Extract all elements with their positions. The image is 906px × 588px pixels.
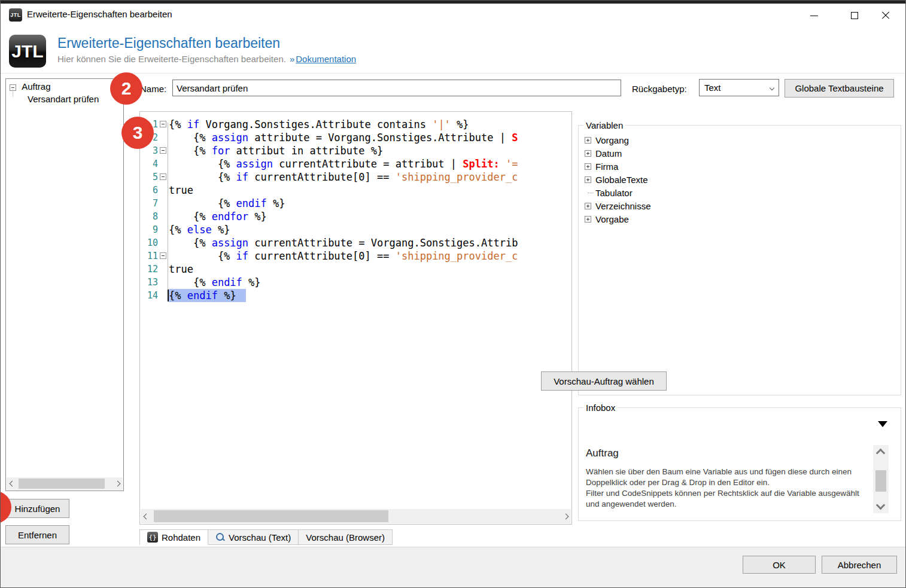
code-line[interactable]: 4 {% assign currentAttribute = attribut … — [140, 157, 571, 170]
code-line[interactable]: 5 {% if currentAttribute[0] == 'shipping… — [140, 170, 571, 184]
scroll-down-icon[interactable] — [876, 501, 886, 510]
expander-plus-icon[interactable] — [585, 163, 591, 170]
line-number: 14 — [140, 289, 158, 302]
tree-item-versandart-pruefen[interactable]: Versandart prüfen — [28, 94, 99, 104]
scroll-left-icon[interactable] — [7, 477, 17, 490]
fold-toggle[interactable] — [158, 170, 169, 184]
scroll-right-icon[interactable] — [112, 477, 123, 490]
expander-plus-icon[interactable] — [585, 216, 591, 223]
code-line[interactable]: 7 {% endif %} — [140, 197, 571, 210]
code-text: {% assign attribute = Vorgang.Sonstiges.… — [169, 131, 518, 144]
variable-label[interactable]: Vorgang — [595, 135, 629, 145]
scroll-left-icon[interactable] — [141, 509, 151, 523]
infobox-scrollbar[interactable] — [873, 445, 889, 513]
fold-toggle[interactable] — [158, 249, 169, 263]
editor-horizontal-scrollbar[interactable] — [141, 509, 571, 523]
code-line[interactable]: 1{% if Vorgang.Sonstiges.Attribute conta… — [140, 118, 571, 131]
infobox-heading: Auftrag — [586, 447, 619, 459]
variable-label[interactable]: GlobaleTexte — [595, 175, 648, 185]
tab-vorschau-browser[interactable]: Vorschau (Browser) — [299, 529, 393, 545]
remove-button[interactable]: Entfernen — [5, 525, 69, 544]
footer-bar: OK Abbrechen — [1, 547, 905, 588]
variable-item-firma[interactable]: Firma — [579, 160, 901, 173]
variable-item-verzeichnisse[interactable]: Verzeichnisse — [579, 200, 901, 213]
scroll-right-icon[interactable] — [560, 509, 571, 523]
minimize-button[interactable] — [800, 4, 828, 28]
expander-plus-icon[interactable] — [585, 137, 591, 144]
expander-plus-icon[interactable] — [585, 176, 591, 183]
variable-item-vorgang[interactable]: Vorgang — [579, 134, 901, 147]
code-line[interactable]: 6true — [140, 184, 571, 197]
dropdown-arrow-icon[interactable] — [878, 421, 887, 427]
code-line[interactable]: 13 {% endif %} — [140, 276, 571, 289]
line-number: 13 — [140, 276, 158, 289]
code-text: {% if Vorgang.Sonstiges.Attribute contai… — [169, 118, 469, 131]
chevron-down-icon — [770, 85, 774, 90]
scroll-up-icon[interactable] — [876, 449, 886, 458]
tree-horizontal-scrollbar[interactable] — [7, 477, 123, 490]
scrollbar-thumb[interactable] — [154, 510, 388, 522]
add-button[interactable]: Hinzufügen — [5, 499, 69, 518]
code-token: {% — [169, 290, 187, 301]
scrollbar-thumb[interactable] — [19, 479, 105, 489]
tab-rohdaten[interactable]: {}Rohdaten — [139, 529, 208, 545]
fold-minus-icon[interactable] — [160, 121, 166, 127]
tree-connector — [13, 90, 13, 97]
variable-item-tabulator[interactable]: Tabulator — [579, 187, 901, 200]
dialog-window: JTL Erweiterte-Eigenschaften bearbeiten … — [0, 0, 906, 588]
variable-label[interactable]: Firma — [595, 162, 618, 172]
code-line[interactable]: 10 {% assign currentAttribute = Vorgang.… — [140, 236, 571, 249]
variable-item-globaletexte[interactable]: GlobaleTexte — [579, 173, 901, 187]
variable-label[interactable]: Tabulator — [595, 188, 633, 198]
cancel-button[interactable]: Abbrechen — [822, 556, 897, 574]
code-token: {% — [169, 224, 187, 236]
variable-label[interactable]: Verzeichnisse — [595, 201, 651, 211]
editor-tabs: {}RohdatenVorschau (Text)Vorschau (Brows… — [139, 529, 393, 545]
tree-item-label[interactable]: Versandart prüfen — [28, 94, 99, 104]
code-line[interactable]: 2 {% assign attribute = Vorgang.Sonstige… — [140, 131, 571, 144]
documentation-link[interactable]: Dokumentation — [296, 54, 356, 64]
fold-minus-icon[interactable] — [160, 252, 166, 259]
braces-icon: {} — [147, 532, 158, 543]
code-line[interactable]: 8 {% endfor %} — [140, 210, 571, 223]
fold-toggle[interactable] — [158, 118, 169, 131]
code-token: else — [187, 224, 212, 236]
line-number: 7 — [140, 197, 158, 210]
maximize-button[interactable] — [841, 4, 868, 28]
code-token: %} — [451, 118, 469, 130]
code-editor[interactable]: 1{% if Vorgang.Sonstiges.Attribute conta… — [139, 111, 572, 525]
infobox-groupbox: Infobox Auftrag Wählen sie über den Baum… — [578, 407, 901, 521]
code-token: {% — [169, 158, 236, 170]
maximize-icon — [851, 12, 858, 19]
code-line[interactable]: 12true — [140, 263, 571, 276]
fold-minus-icon[interactable] — [160, 173, 166, 180]
code-token: currentAttribute[0] == — [248, 250, 396, 262]
variable-item-datum[interactable]: Datum — [579, 147, 901, 160]
title-bar[interactable]: JTL Erweiterte-Eigenschaften bearbeiten — [1, 4, 905, 28]
fold-toggle[interactable] — [158, 144, 169, 157]
tab-vorschau-text[interactable]: Vorschau (Text) — [208, 529, 299, 545]
tree-item-auftrag[interactable]: Auftrag — [10, 81, 51, 92]
variable-label[interactable]: Datum — [595, 148, 622, 159]
global-textblocks-button[interactable]: Globale Textbausteine — [785, 79, 894, 98]
return-type-select[interactable]: Text — [699, 79, 779, 96]
ok-button[interactable]: OK — [743, 556, 816, 574]
line-number: 12 — [140, 263, 158, 276]
preview-order-button[interactable]: Vorschau-Auftrag wählen — [541, 371, 667, 391]
variable-label[interactable]: Vorgabe — [595, 214, 629, 224]
scrollbar-thumb[interactable] — [875, 470, 886, 492]
expander-plus-icon[interactable] — [585, 150, 591, 157]
code-text: {% endif %} — [169, 289, 246, 302]
close-button[interactable] — [872, 4, 899, 28]
code-token: %} — [248, 211, 267, 223]
expander-plus-icon[interactable] — [585, 203, 591, 209]
variable-item-vorgabe[interactable]: Vorgabe — [579, 213, 901, 226]
code-line[interactable]: 14{% endif %} — [140, 289, 571, 302]
tree-item-label[interactable]: Auftrag — [22, 81, 50, 92]
code-line[interactable]: 9{% else %} — [140, 223, 571, 236]
code-line[interactable]: 3 {% for attribut in attribute %} — [140, 144, 571, 157]
name-input[interactable] — [172, 80, 621, 96]
fold-minus-icon[interactable] — [160, 147, 166, 154]
tab-label: Rohdaten — [162, 532, 200, 543]
code-line[interactable]: 11 {% if currentAttribute[0] == 'shippin… — [140, 249, 571, 263]
